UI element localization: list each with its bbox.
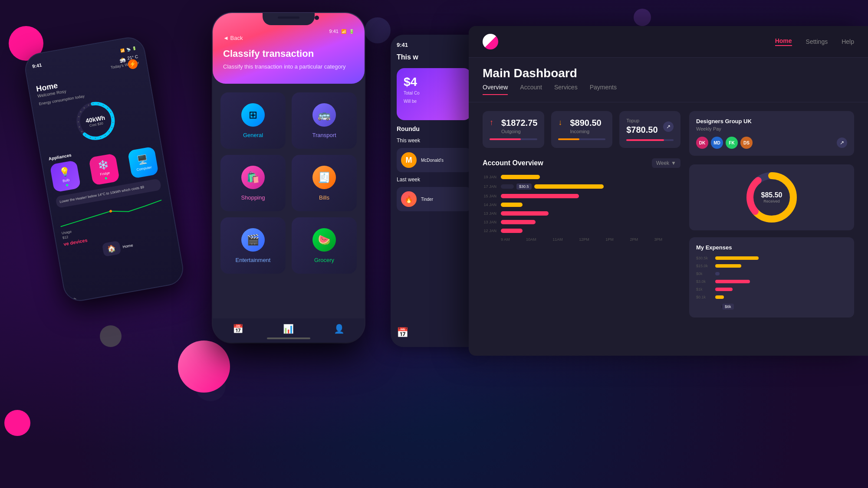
tinder-logo: 🔥 bbox=[401, 191, 417, 207]
prp-tinder-name: Tinder bbox=[421, 197, 433, 202]
prp-total-cost-label: Total Co bbox=[404, 91, 464, 95]
pc-status-time: 9:41 bbox=[329, 29, 339, 34]
dash-nav-settings[interactable]: Settings bbox=[806, 38, 828, 45]
expense-bar-1 bbox=[715, 256, 759, 260]
dash-my-expenses-title: My Expenses bbox=[696, 244, 847, 251]
phone-classify-app: 9:41 📶 🔋 ◄ Back Classify transaction Cla… bbox=[213, 13, 365, 343]
profile-icon: 👤 bbox=[334, 324, 345, 334]
tab-overview[interactable]: Overview bbox=[483, 84, 508, 95]
orb-gray-1 bbox=[100, 325, 122, 347]
dash-cards-row: ↑ $1872.75 Outgoing ↓ $ bbox=[483, 111, 681, 148]
entertainment-icon: 🎬 bbox=[241, 228, 265, 252]
tab-payments[interactable]: Payments bbox=[590, 84, 617, 95]
orb-pink-mid bbox=[178, 341, 230, 393]
chart-x-1pm: 1PM bbox=[605, 237, 614, 242]
pl-device-fridge[interactable]: ❄️ Fridge bbox=[89, 153, 120, 186]
expense-val-3: $0k bbox=[696, 272, 712, 276]
pl-device-active-dot bbox=[66, 184, 68, 187]
prp-tinder-item[interactable]: 🔥 Tinder bbox=[397, 187, 471, 211]
prp-bottom-icon[interactable]: 📅 bbox=[397, 327, 408, 338]
avatar-dk: DK bbox=[696, 137, 708, 149]
dash-designers-arrow-btn[interactable]: ↗ bbox=[837, 138, 847, 148]
pl-device-name-bulb: Bulb bbox=[62, 178, 69, 183]
dash-outgoing-bar bbox=[490, 138, 537, 140]
pl-device-name-computer: Computer bbox=[136, 165, 152, 172]
dash-incoming-bar-fill bbox=[558, 138, 579, 140]
expense-val-6: $0.1k bbox=[696, 295, 712, 299]
prp-last-week-label: Last week bbox=[397, 177, 471, 183]
pc-camera bbox=[315, 16, 319, 20]
expense-bar-4 bbox=[715, 280, 750, 283]
pc-cat-label-transport: Transport bbox=[312, 132, 336, 138]
prp-mcdonalds-item[interactable]: M McDonald's bbox=[397, 148, 471, 172]
pc-cat-bills[interactable]: 🧾 Bills bbox=[292, 155, 357, 211]
orb-dark-sm1 bbox=[634, 9, 651, 26]
chart-bar-2 bbox=[534, 184, 604, 189]
chart-x-11am: 11AM bbox=[552, 237, 563, 242]
grocery-icon-symbol: 🍉 bbox=[318, 234, 331, 246]
transport-icon-symbol: 🚌 bbox=[318, 109, 331, 121]
dash-topup-arrow-btn[interactable]: ↗ bbox=[663, 121, 674, 132]
dash-designers-avatars: DK MD FK DS ↗ bbox=[696, 137, 847, 149]
expense-val-2: $15.0k bbox=[696, 264, 712, 268]
chart-x-3pm: 3PM bbox=[654, 237, 662, 242]
orb-pink-bottomleft bbox=[4, 410, 30, 436]
pc-nav-chart[interactable]: 📊 bbox=[283, 324, 294, 334]
chart-x-10am: 10AM bbox=[526, 237, 536, 242]
main-dashboard: Home Settings Help Main Dashboard Overvi… bbox=[469, 26, 868, 356]
pl-energy-amount: $3 bbox=[119, 57, 126, 64]
pc-cat-entertainment[interactable]: 🎬 Entertainment bbox=[220, 217, 286, 274]
pl-device-bulb[interactable]: 💡 Bulb bbox=[49, 160, 81, 193]
mcdonalds-logo: M bbox=[401, 152, 417, 168]
dash-nav-home[interactable]: Home bbox=[775, 37, 792, 46]
bills-icon: 🧾 bbox=[312, 166, 336, 189]
computer-icon: 🖥️ bbox=[136, 154, 149, 166]
expense-bar-2 bbox=[715, 264, 741, 268]
dash-incoming-amount: $890.50 bbox=[570, 118, 601, 128]
chart-time-3: 15 JAN bbox=[483, 194, 496, 198]
prp-amount: $4 bbox=[404, 75, 464, 89]
general-icon-symbol: ⊞ bbox=[249, 109, 257, 121]
dash-ao-title: Account Overview bbox=[483, 159, 543, 167]
dash-main-title: Main Dashboard bbox=[469, 58, 868, 84]
expense-val-1: $30.5k bbox=[696, 256, 712, 260]
dash-outgoing-amount: $1872.75 bbox=[501, 118, 537, 128]
pc-wifi-icon: 📶 bbox=[341, 29, 346, 34]
dash-nav-help[interactable]: Help bbox=[842, 38, 854, 45]
pc-nav-calendar[interactable]: 📅 bbox=[233, 324, 243, 334]
dash-donut-container: $85.50 Received bbox=[746, 171, 798, 223]
pc-classify-title: Classify transaction bbox=[223, 48, 354, 59]
expense-bar-3 bbox=[715, 272, 720, 275]
pl-nav-home-icon[interactable]: 🏠 bbox=[102, 241, 122, 257]
pl-status-icons: 📶 📡 🔋 bbox=[120, 46, 137, 52]
tab-account[interactable]: Account bbox=[520, 84, 542, 95]
orb-dark-1 bbox=[365, 17, 391, 43]
pc-back-button[interactable]: ◄ Back bbox=[223, 35, 354, 41]
pl-energy-icon: ⚡ bbox=[129, 61, 136, 68]
prp-will-be-label: Will be bbox=[404, 99, 464, 104]
pc-cat-grocery[interactable]: 🍉 Grocery bbox=[292, 217, 357, 274]
tab-services[interactable]: Services bbox=[554, 84, 578, 95]
pc-cat-label-bills: Bills bbox=[319, 194, 329, 201]
pc-nav-profile[interactable]: 👤 bbox=[334, 324, 345, 334]
dash-outgoing-label: Outgoing bbox=[501, 129, 537, 134]
chart-time-5: 13 JAN bbox=[483, 211, 496, 216]
dash-my-expenses-card: My Expenses $30.5k $15.0k $0k bbox=[689, 237, 854, 318]
dash-topup-bar-fill bbox=[626, 139, 664, 141]
prp-this-week-label: This week bbox=[397, 138, 471, 144]
transport-icon: 🚌 bbox=[312, 103, 336, 127]
pc-home-indicator bbox=[267, 337, 310, 339]
dash-outgoing-bar-fill bbox=[490, 138, 521, 140]
dash-body: ↑ $1872.75 Outgoing ↓ $ bbox=[469, 102, 868, 326]
dash-card-outgoing: ↑ $1872.75 Outgoing bbox=[483, 111, 544, 148]
dash-card-incoming: ↓ $890.50 Incoming bbox=[551, 111, 612, 148]
chart-icon: 📊 bbox=[283, 324, 294, 334]
dash-topup-amount: $780.50 bbox=[626, 125, 658, 135]
pc-cat-shopping[interactable]: 🛍️ Shopping bbox=[220, 155, 286, 211]
pc-cat-transport[interactable]: 🚌 Transport bbox=[292, 92, 357, 149]
pc-cat-general[interactable]: ⊞ General bbox=[220, 92, 286, 149]
pl-device-computer[interactable]: 🖥️ Computer bbox=[128, 146, 159, 179]
bulb-icon: 💡 bbox=[58, 165, 71, 177]
entertainment-icon-symbol: 🎬 bbox=[247, 234, 260, 246]
dash-week-selector[interactable]: Week ▼ bbox=[652, 158, 681, 168]
